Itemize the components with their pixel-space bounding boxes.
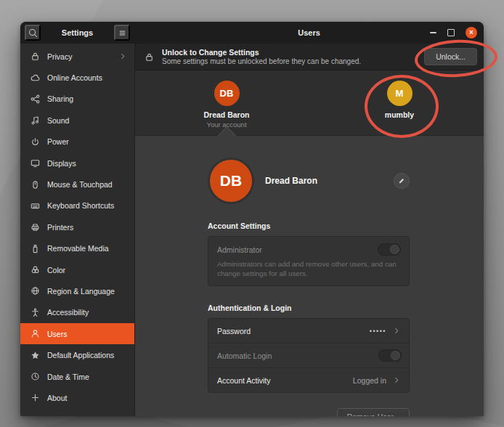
sidebar-item-default-applications[interactable]: Default Applications <box>20 344 134 365</box>
clock-icon <box>30 371 41 382</box>
sidebar-item-sound[interactable]: Sound <box>20 110 134 131</box>
user-icon <box>30 328 41 339</box>
sidebar-item-printers[interactable]: Printers <box>20 216 134 237</box>
sidebar-item-label: Mouse & Touchpad <box>47 180 113 189</box>
sidebar-item-color[interactable]: Color <box>20 259 134 280</box>
sidebar: PrivacyOnline AccountsSharingSoundPowerD… <box>20 44 135 416</box>
row-label: Password <box>217 327 251 336</box>
sidebar-item-label: Online Accounts <box>47 73 102 82</box>
edit-name-button[interactable] <box>394 173 410 189</box>
globe-icon <box>30 285 41 296</box>
sidebar-item-sharing[interactable]: Sharing <box>20 89 134 110</box>
sidebar-item-mouse-touchpad[interactable]: Mouse & Touchpad <box>20 174 134 195</box>
user-name: Dread Baron <box>203 110 249 119</box>
row-value: Logged in <box>353 376 386 385</box>
row-right: ••••• <box>370 326 402 336</box>
accessibility-icon <box>30 307 41 318</box>
toggle-switch[interactable] <box>378 349 402 362</box>
close-icon[interactable]: × <box>466 27 477 38</box>
row-password[interactable]: Password••••• <box>208 319 409 343</box>
administrator-card: Administrator Administrators can add and… <box>208 236 410 286</box>
sidebar-item-label: About <box>47 394 67 402</box>
unlock-banner-subtitle: Some settings must be unlocked before th… <box>162 57 361 65</box>
chevron-right-icon <box>118 52 128 61</box>
mouse-icon <box>30 179 41 190</box>
auth-login-heading: Authentication & Login <box>208 304 410 312</box>
sidebar-item-displays[interactable]: Displays <box>20 152 134 174</box>
chevron-right-icon <box>392 326 402 336</box>
maximize-icon[interactable] <box>447 29 455 36</box>
sidebar-item-keyboard-shortcuts[interactable]: Keyboard Shortcuts <box>20 195 134 216</box>
administrator-row[interactable]: Administrator <box>217 243 401 256</box>
administrator-label: Administrator <box>217 245 262 254</box>
sidebar-item-label: Region & Language <box>47 287 115 296</box>
display-icon <box>30 158 41 168</box>
menu-button[interactable] <box>114 25 130 41</box>
lock-icon <box>144 52 155 62</box>
sidebar-item-label: Sound <box>47 116 69 125</box>
administrator-description: Administrators can add and remove other … <box>217 260 400 278</box>
administrator-toggle[interactable] <box>378 243 401 256</box>
chevron-right-icon <box>392 375 402 385</box>
unlock-banner-text: Unlock to Change Settings Some settings … <box>162 48 361 65</box>
share-icon <box>30 94 41 105</box>
annotation-circle-mumbly <box>365 75 439 138</box>
desktop: Settings Users × PrivacyOnline AccountsS… <box>0 0 504 427</box>
plus-icon <box>30 392 41 403</box>
lock-icon <box>30 51 41 62</box>
sidebar-item-label: Users <box>47 330 67 338</box>
row-account-activity[interactable]: Account ActivityLogged in <box>208 367 409 392</box>
profile-name: Dread Baron <box>265 176 317 186</box>
remove-user-button[interactable]: Remove User... <box>337 408 410 416</box>
keyboard-icon <box>30 200 41 211</box>
star-icon <box>30 350 41 361</box>
row-label: Account Activity <box>217 376 271 385</box>
sidebar-item-accessibility[interactable]: Accessibility <box>20 302 134 323</box>
row-value: ••••• <box>370 328 386 335</box>
sidebar-item-label: Date & Time <box>47 373 89 381</box>
row-automatic-login[interactable]: Automatic Login <box>208 343 409 367</box>
row-label: Automatic Login <box>217 351 272 360</box>
sidebar-item-label: Color <box>47 266 65 274</box>
sidebar-item-label: Displays <box>47 159 76 168</box>
sidebar-item-about[interactable]: About <box>20 387 134 408</box>
profile-row: DB Dread Baron <box>208 158 410 204</box>
sidebar-item-removable-media[interactable]: Removable Media <box>20 238 134 259</box>
sidebar-item-label: Sharing <box>47 94 73 103</box>
sidebar-item-online-accounts[interactable]: Online Accounts <box>20 67 134 88</box>
sidebar-item-power[interactable]: Power <box>20 131 134 152</box>
sidebar-item-label: Removable Media <box>47 244 109 253</box>
minimize-icon[interactable] <box>430 32 436 33</box>
row-right: Logged in <box>353 375 402 385</box>
sidebar-item-privacy[interactable]: Privacy <box>20 46 134 67</box>
row-right <box>378 349 402 362</box>
hamburger-icon <box>117 28 128 38</box>
sidebar-item-label: Power <box>47 137 69 146</box>
sidebar-item-label: Default Applications <box>47 351 114 359</box>
account-settings-heading: Account Settings <box>208 221 410 230</box>
power-icon <box>30 137 41 147</box>
music-note-icon <box>30 115 41 126</box>
user-details: DB Dread Baron Account Settings Administ… <box>135 136 484 416</box>
sidebar-item-region-language[interactable]: Region & Language <box>20 280 134 301</box>
titlebar-sidebar-section: Settings <box>20 22 134 44</box>
auth-login-card: Password•••••Automatic LoginAccount Acti… <box>208 318 410 393</box>
avatar[interactable]: DB <box>208 158 254 204</box>
sidebar-item-label: Keyboard Shortcuts <box>47 201 114 210</box>
user-chooser-dread-baron[interactable]: DBDread BaronYour account <box>179 81 274 129</box>
sidebar-item-users[interactable]: Users <box>20 323 134 344</box>
cloud-icon <box>30 73 41 84</box>
printer-icon <box>30 221 41 232</box>
color-icon <box>30 264 41 275</box>
sidebar-item-label: Privacy <box>47 52 72 61</box>
unlock-banner-title: Unlock to Change Settings <box>162 48 361 57</box>
pencil-icon <box>397 176 406 185</box>
sidebar-item-label: Accessibility <box>47 308 89 317</box>
titlebar-main-section: Users × <box>134 22 484 44</box>
titlebar[interactable]: Settings Users × <box>20 22 484 44</box>
avatar[interactable]: DB <box>214 81 240 106</box>
sidebar-item-date-time[interactable]: Date & Time <box>20 366 134 387</box>
sidebar-item-label: Printers <box>47 223 73 232</box>
drive-icon <box>30 243 41 254</box>
